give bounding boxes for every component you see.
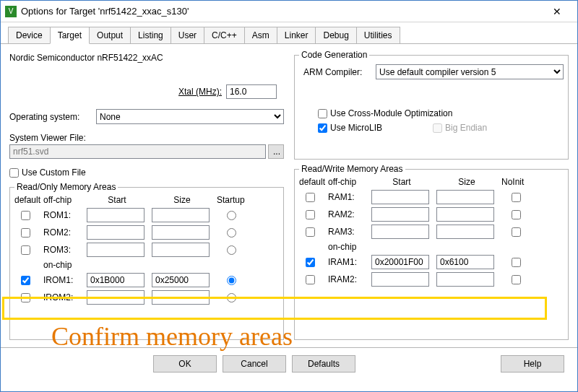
tab-linker[interactable]: Linker	[277, 27, 316, 43]
rom2-start[interactable]	[87, 225, 144, 240]
ram-hdr-start: Start	[371, 177, 432, 187]
rom-hdr-startup: Startup	[217, 195, 249, 205]
left-column: Nordic Semiconductor nRF51422_xxAC Xtal …	[9, 50, 284, 344]
tabstrip: Device Target Output Listing User C/C++ …	[1, 22, 577, 44]
irom1-size[interactable]	[152, 273, 210, 287]
ram1-noinit[interactable]	[512, 193, 521, 202]
right-column: Code Generation ARM Compiler: Use defaul…	[294, 50, 569, 344]
ram1-size[interactable]	[436, 190, 494, 204]
iram1-noinit[interactable]	[512, 258, 521, 267]
bigendian-check	[433, 123, 442, 133]
ram-hdr-default: default	[299, 177, 324, 187]
ram2-default[interactable]	[306, 210, 315, 219]
rom3-default[interactable]	[21, 245, 30, 255]
rom1-startup[interactable]	[227, 211, 236, 220]
irom2-size[interactable]	[152, 290, 210, 305]
irom1-default[interactable]	[21, 276, 30, 285]
ram2-size[interactable]	[436, 207, 494, 222]
tab-target[interactable]: Target	[50, 27, 90, 44]
bigendian-label: Big Endian	[445, 123, 487, 133]
help-button[interactable]: Help	[501, 355, 564, 373]
tab-device[interactable]: Device	[8, 27, 51, 43]
device-label: Nordic Semiconductor nRF51422_xxAC	[9, 53, 163, 63]
rom-hdr-default: default	[14, 195, 39, 205]
irom1-startup[interactable]	[227, 276, 236, 285]
codegen-fieldset: Code Generation ARM Compiler: Use defaul…	[294, 50, 569, 160]
iram2-noinit[interactable]	[512, 275, 521, 284]
rom2-label: ROM2:	[43, 227, 82, 238]
rom-hdr-size: Size	[152, 195, 212, 205]
rom3-label: ROM3:	[43, 245, 82, 255]
close-button[interactable]: ✕	[540, 1, 573, 22]
iram2-default[interactable]	[306, 275, 315, 284]
ram3-size[interactable]	[436, 225, 494, 239]
iram2-label: IRAM2:	[328, 274, 367, 284]
rom-hdr-onchip: on-chip	[43, 260, 82, 270]
ram2-start[interactable]	[371, 207, 429, 222]
compiler-label: ARM Compiler:	[303, 67, 376, 77]
ram3-start[interactable]	[371, 225, 429, 239]
svf-browse[interactable]: ...	[268, 144, 284, 159]
ram-fieldset: Read/Write Memory Areas default off-chip…	[294, 164, 569, 340]
svf-label: System Viewer File:	[9, 133, 86, 143]
ram-hdr-onchip: on-chip	[328, 242, 367, 252]
app-icon: V	[5, 6, 17, 17]
os-label: Operating system:	[9, 112, 96, 122]
ram3-label: RAM3:	[328, 227, 367, 237]
tab-output[interactable]: Output	[89, 27, 131, 43]
compiler-select[interactable]: Use default compiler version 5	[376, 64, 564, 79]
tab-debug[interactable]: Debug	[315, 27, 356, 43]
rom2-default[interactable]	[21, 228, 30, 238]
rom1-start[interactable]	[87, 208, 144, 222]
tab-listing[interactable]: Listing	[130, 27, 171, 43]
ram1-start[interactable]	[371, 190, 429, 204]
tab-user[interactable]: User	[171, 27, 204, 43]
rom2-size[interactable]	[152, 225, 210, 240]
ram2-noinit[interactable]	[512, 210, 521, 219]
cancel-button[interactable]: Cancel	[223, 355, 286, 373]
window-title: Options for Target 'nrf51422_xxac_s130'	[21, 6, 540, 17]
use-custom-file-label: Use Custom File	[22, 167, 86, 178]
rom1-default[interactable]	[21, 211, 30, 220]
use-custom-file-check[interactable]	[9, 168, 19, 178]
ram1-default[interactable]	[306, 193, 315, 202]
os-select[interactable]: None	[96, 109, 284, 124]
irom2-default[interactable]	[21, 293, 30, 302]
tab-asm[interactable]: Asm	[244, 27, 277, 43]
irom1-label: IROM1:	[43, 275, 82, 285]
iram1-default[interactable]	[306, 258, 315, 267]
ok-button[interactable]: OK	[153, 355, 217, 373]
xtal-input[interactable]	[226, 84, 277, 99]
crossmod-check[interactable]	[318, 109, 327, 118]
irom2-start[interactable]	[87, 290, 144, 305]
svf-input	[9, 144, 266, 159]
microlib-label: Use MicroLIB	[330, 123, 382, 133]
crossmod-label: Use Cross-Module Optimization	[330, 108, 452, 118]
defaults-button[interactable]: Defaults	[292, 355, 355, 373]
rom1-label: ROM1:	[43, 210, 82, 220]
rom3-startup[interactable]	[227, 245, 236, 255]
ram3-default[interactable]	[306, 227, 315, 237]
rom1-size[interactable]	[152, 208, 210, 222]
rom3-size[interactable]	[152, 243, 210, 257]
bottombar: OK Cancel Defaults Help	[1, 347, 577, 379]
iram2-size[interactable]	[436, 272, 494, 287]
iram2-start[interactable]	[371, 272, 429, 287]
ram-grid: default off-chip Start Size NoInit RAM1:…	[299, 177, 564, 287]
tab-utilities[interactable]: Utilities	[356, 27, 400, 43]
tab-cpp[interactable]: C/C++	[204, 27, 245, 43]
xtal-label: Xtal (MHz):	[178, 87, 222, 97]
rom2-startup[interactable]	[227, 228, 236, 238]
rom-hdr-offchip: off-chip	[43, 195, 82, 205]
irom1-start[interactable]	[87, 273, 144, 287]
ram-legend: Read/Write Memory Areas	[299, 164, 405, 174]
iram1-start[interactable]	[371, 255, 429, 269]
rom-fieldset: Read/Only Memory Areas default off-chip …	[9, 182, 284, 340]
iram1-size[interactable]	[436, 255, 494, 269]
rom-grid: default off-chip Start Size Startup ROM1…	[14, 195, 279, 305]
irom2-startup[interactable]	[227, 293, 236, 302]
ram3-noinit[interactable]	[512, 227, 521, 237]
rom3-start[interactable]	[87, 243, 144, 257]
microlib-check[interactable]	[318, 123, 327, 133]
ram-hdr-size: Size	[436, 177, 497, 187]
